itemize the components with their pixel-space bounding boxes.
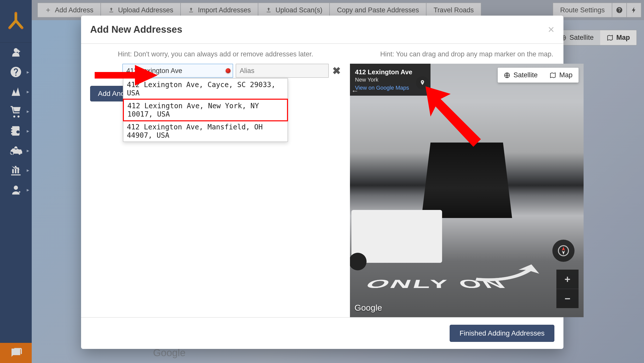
streetview-type-toggle[interactable]: Satellite Map xyxy=(498,68,579,83)
streetview-compass[interactable] xyxy=(552,240,575,262)
streetview-title: 412 Lexington Ave xyxy=(355,68,412,76)
map-icon xyxy=(550,72,556,79)
suggestion-option[interactable]: 412 Lexington Ave, New York, NY 10017, U… xyxy=(123,99,288,121)
modal-header: Add New Addresses × xyxy=(81,16,563,44)
view-on-google-maps-link[interactable]: View on Google Maps xyxy=(355,85,412,91)
modal-close-button[interactable]: × xyxy=(548,23,554,36)
svg-marker-10 xyxy=(562,251,565,255)
globe-icon xyxy=(504,72,510,79)
modal-footer: Finished Adding Addresses xyxy=(81,317,563,349)
road-arrow xyxy=(476,252,541,294)
hint-left: Hint: Don't worry, you can always add or… xyxy=(90,50,341,58)
alias-input[interactable] xyxy=(236,64,329,78)
add-addresses-modal: Add New Addresses × Hint: Don't worry, y… xyxy=(81,16,563,349)
building-entrance-shape xyxy=(421,142,512,218)
address-input[interactable] xyxy=(122,64,233,78)
zoom-out-button[interactable]: − xyxy=(556,289,579,308)
zoom-in-button[interactable]: + xyxy=(556,270,579,289)
streetview-subtitle: New York xyxy=(355,77,412,83)
svg-marker-11 xyxy=(425,86,481,147)
streetview-marker-button[interactable] xyxy=(416,76,429,89)
remove-address-button[interactable]: ✖ xyxy=(332,65,341,77)
truck-shape xyxy=(351,210,442,263)
finished-adding-addresses-button[interactable]: Finished Adding Addresses xyxy=(450,325,554,342)
compass-icon xyxy=(557,245,569,257)
sv-satellite-toggle[interactable]: Satellite xyxy=(498,68,544,83)
geocode-status-icon xyxy=(226,68,231,73)
suggestion-option[interactable]: 412 Lexington Ave, Cayce, SC 29033, USA xyxy=(123,79,288,99)
street-view[interactable]: ONLY ON 412 Lexington Ave New York View … xyxy=(350,64,584,317)
hint-right: Hint: You can drag and drop any map mark… xyxy=(350,50,584,58)
svg-marker-9 xyxy=(562,247,565,251)
streetview-zoom-controls: + − xyxy=(556,270,579,308)
sv-map-toggle[interactable]: Map xyxy=(544,68,579,83)
streetview-back-button[interactable]: ← xyxy=(350,86,360,96)
address-suggestions: 412 Lexington Ave, Cayce, SC 29033, USA … xyxy=(123,78,288,142)
google-watermark: Google xyxy=(354,303,382,313)
suggestion-option[interactable]: 412 Lexington Ave, Mansfield, OH 44907, … xyxy=(123,121,288,141)
marker-icon xyxy=(419,80,426,86)
modal-title: Add New Addresses xyxy=(90,24,182,35)
